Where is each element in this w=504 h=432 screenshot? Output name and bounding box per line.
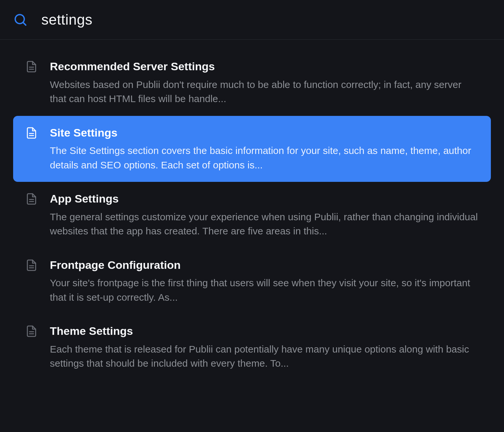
result-text: Theme Settings Each theme that is releas… [50, 324, 479, 371]
result-description: Websites based on Publii don't require m… [50, 77, 479, 106]
result-theme-settings[interactable]: Theme Settings Each theme that is releas… [13, 314, 491, 380]
result-description: Each theme that is released for Publii c… [50, 342, 479, 371]
document-icon [25, 60, 38, 73]
result-text: Frontpage Configuration Your site's fron… [50, 258, 479, 305]
result-text: App Settings The general settings custom… [50, 192, 479, 238]
search-icon [13, 12, 28, 27]
search-input[interactable] [41, 11, 491, 28]
result-title: Frontpage Configuration [50, 258, 479, 272]
search-bar [0, 0, 504, 40]
document-icon [25, 325, 38, 337]
result-text: Site Settings The Site Settings section … [50, 126, 479, 172]
document-icon [25, 127, 38, 139]
result-frontpage-configuration[interactable]: Frontpage Configuration Your site's fron… [13, 248, 491, 314]
result-title: Theme Settings [50, 324, 479, 338]
result-title: Recommended Server Settings [50, 59, 479, 74]
search-results-list: Recommended Server Settings Websites bas… [0, 40, 504, 394]
result-recommended-server-settings[interactable]: Recommended Server Settings Websites bas… [13, 50, 491, 116]
document-icon [25, 259, 38, 271]
result-description: The general settings customize your expe… [50, 210, 479, 238]
result-app-settings[interactable]: App Settings The general settings custom… [13, 182, 491, 248]
result-title: App Settings [50, 192, 479, 206]
result-description: The Site Settings section covers the bas… [50, 143, 479, 172]
svg-line-1 [23, 22, 26, 25]
result-text: Recommended Server Settings Websites bas… [50, 59, 479, 106]
result-title: Site Settings [50, 126, 479, 140]
result-description: Your site's frontpage is the first thing… [50, 276, 479, 304]
result-site-settings[interactable]: Site Settings The Site Settings section … [13, 116, 491, 182]
document-icon [25, 193, 38, 205]
